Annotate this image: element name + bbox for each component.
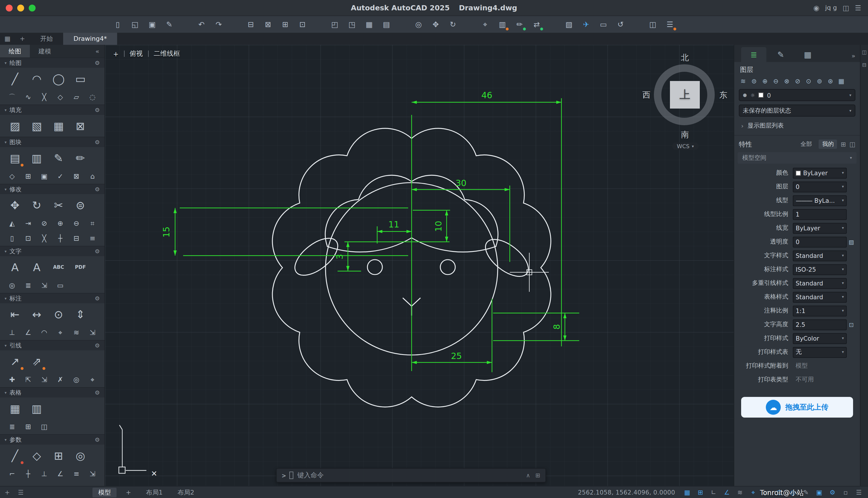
add-layout-tab[interactable]: + xyxy=(120,487,137,497)
viewcube-west[interactable]: 西 xyxy=(642,90,650,101)
tool-icon[interactable]: ⇲ xyxy=(86,327,99,338)
layer-tool-icon-4[interactable]: ⊗ xyxy=(783,78,791,85)
property-value-text-style[interactable]: Standard▾ xyxy=(793,250,847,261)
minimize-button[interactable] xyxy=(17,4,24,11)
user-avatar-icon[interactable]: ◉ xyxy=(813,4,819,12)
tool-icon[interactable]: A xyxy=(6,258,24,276)
tool-icon[interactable]: PDF xyxy=(71,258,90,276)
tool-icon[interactable]: ↻ xyxy=(28,196,46,214)
chevron-down-icon[interactable]: ▾ xyxy=(842,350,844,354)
tool-icon[interactable]: ≡ xyxy=(70,468,83,480)
command-line[interactable]: > 键入命令 ∧ ⊞ xyxy=(276,468,546,483)
tool-icon[interactable]: ⊘ xyxy=(38,218,51,229)
tool-icon[interactable]: ╱ xyxy=(6,69,24,88)
undo-icon[interactable]: ↶ xyxy=(194,18,208,31)
hamburger-menu-icon[interactable]: ☰ xyxy=(18,488,24,496)
customize-toolbar-icon[interactable]: ☰ xyxy=(663,18,677,31)
gear-icon[interactable]: ⚙ xyxy=(95,60,100,66)
layer-color-swatch[interactable] xyxy=(758,92,763,97)
panel-overflow-icon[interactable]: » xyxy=(852,52,860,62)
tool-icon[interactable]: ≣ xyxy=(22,280,35,291)
layer-tool-icon-6[interactable]: ⊙ xyxy=(804,78,813,85)
tool-icon[interactable]: ◇ xyxy=(28,446,46,465)
design-feed-tab[interactable]: ✎ xyxy=(768,47,794,62)
tool-icon[interactable]: ◌ xyxy=(86,91,99,103)
zoom-button[interactable] xyxy=(29,4,36,11)
tool-icon[interactable]: ✚ xyxy=(6,374,18,385)
share-icon[interactable]: ✈ xyxy=(579,18,593,31)
model-tab[interactable]: 模型 xyxy=(92,487,117,497)
wcs-indicator[interactable]: WCS ▾ xyxy=(672,142,699,150)
tool-icon[interactable]: ≋ xyxy=(70,327,83,338)
tool-icon[interactable]: A xyxy=(28,258,46,276)
insert-block-icon[interactable]: ◰ xyxy=(328,18,342,31)
chevron-down-icon[interactable]: ▾ xyxy=(842,281,844,286)
new-tab-icon[interactable]: + xyxy=(15,33,30,45)
gear-icon[interactable]: ⚙ xyxy=(95,139,100,145)
tool-icon[interactable]: ≡ xyxy=(86,233,99,244)
workspace-switching-toggle[interactable]: ⚙ xyxy=(828,488,837,496)
filter-all-button[interactable]: 全部 xyxy=(797,140,815,149)
full-screen-icon[interactable]: ▭ xyxy=(596,18,610,31)
crosshair-cursor[interactable] xyxy=(510,253,549,292)
sheep-eye-right[interactable] xyxy=(440,260,455,275)
property-value-plot-style-table[interactable]: 无▾ xyxy=(793,346,847,357)
palette-section-header[interactable]: ▾参数⚙ xyxy=(0,434,105,445)
ortho-mode-toggle[interactable]: ∟ xyxy=(709,488,718,496)
property-value-transparency[interactable]: 0 xyxy=(793,236,847,247)
tool-icon[interactable]: ∿ xyxy=(22,91,35,103)
tool-icon[interactable]: ▭ xyxy=(54,280,67,291)
tool-icon[interactable]: ╳ xyxy=(38,233,51,244)
tool-icon[interactable]: ▤ xyxy=(6,149,24,167)
tool-icon[interactable]: ✗ xyxy=(54,374,67,385)
sheet-set-manager-icon[interactable]: ▥ xyxy=(496,18,509,31)
tool-icon[interactable]: ≣ xyxy=(6,421,18,433)
new-file-icon[interactable]: ▯ xyxy=(111,18,125,31)
tool-icon[interactable]: ▦ xyxy=(6,399,24,418)
layer-tool-icon-9[interactable]: ▦ xyxy=(837,78,845,85)
command-placeholder[interactable]: 键入命令 xyxy=(297,471,526,480)
upload-button[interactable]: ☁ 拖拽至此上传 xyxy=(741,397,853,418)
tool-icon[interactable]: ⇥ xyxy=(22,218,35,229)
orbit-icon[interactable]: ↻ xyxy=(446,18,460,31)
chevron-down-icon[interactable]: ▾ xyxy=(842,171,844,175)
user-name[interactable]: jq g xyxy=(825,4,837,12)
tool-icon[interactable]: ◭ xyxy=(6,218,18,229)
tool-icon[interactable]: ⌒ xyxy=(6,91,18,103)
visual-style-control[interactable]: 二维线框 xyxy=(153,49,180,58)
drawing-compare-icon[interactable]: ⇄ xyxy=(530,18,544,31)
chevron-down-icon[interactable]: ▾ xyxy=(842,267,844,272)
tool-icon[interactable]: ◇ xyxy=(6,171,18,182)
tool-icon[interactable]: ▥ xyxy=(28,149,46,167)
gear-icon[interactable]: ⚙ xyxy=(95,248,100,254)
markup-import-icon[interactable]: ✏ xyxy=(513,18,526,31)
attach-xref-icon[interactable]: ◳ xyxy=(345,18,359,31)
gear-icon[interactable]: ⚙ xyxy=(95,390,100,396)
field-icon[interactable]: ▤ xyxy=(379,18,393,31)
layer-tool-icon-1[interactable]: ⊜ xyxy=(750,78,758,85)
gear-icon[interactable]: ⚙ xyxy=(95,295,100,302)
tool-icon[interactable]: ◇ xyxy=(54,91,67,103)
viewcube-top-face[interactable]: 上 xyxy=(670,81,700,108)
tool-icon[interactable]: ▥ xyxy=(28,399,46,418)
tool-icon[interactable]: ↔ xyxy=(28,305,46,323)
tool-icon[interactable]: ◎ xyxy=(6,280,18,291)
pick-object-icon[interactable]: ◫ xyxy=(849,141,855,148)
tool-icon[interactable]: ◎ xyxy=(70,374,83,385)
annotation-scale-toggle[interactable]: ▣ xyxy=(815,488,824,496)
chevron-down-icon[interactable]: ▾ xyxy=(842,253,844,258)
tool-icon[interactable]: ⊞ xyxy=(49,446,68,465)
tool-icon[interactable]: ⊕ xyxy=(54,218,67,229)
tool-icon[interactable]: ┼ xyxy=(54,233,67,244)
palette-section-header[interactable]: ▾填充⚙ xyxy=(0,105,105,115)
chevron-down-icon[interactable]: ▾ xyxy=(842,309,844,313)
tab-start[interactable]: 开始 xyxy=(30,33,63,45)
clean-screen-toggle[interactable]: ▫ xyxy=(841,488,850,496)
save-icon[interactable]: ▣ xyxy=(145,18,159,31)
layer-on-icon[interactable]: ● xyxy=(743,92,747,97)
chevron-down-icon[interactable]: ▾ xyxy=(842,198,844,203)
tool-icon[interactable]: ╱ xyxy=(6,446,24,465)
chevron-down-icon[interactable]: ▾ xyxy=(849,93,851,97)
layer-tool-icon-2[interactable]: ⊕ xyxy=(761,78,769,85)
tool-icon[interactable]: ◠ xyxy=(28,69,46,88)
